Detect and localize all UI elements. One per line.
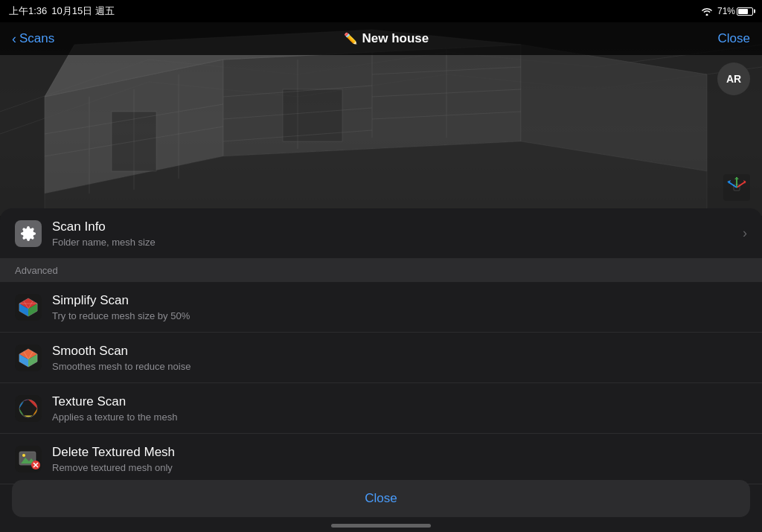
nav-title: ✏️ New house (344, 31, 429, 46)
delete-mesh-title: Delete Textured Mesh (52, 444, 747, 461)
status-bar: 上午1:36 10月15日 週五 71% (0, 0, 762, 22)
status-time: 上午1:36 (9, 4, 47, 18)
smooth-scan-row[interactable]: Smooth Scan Smoothes mesh to reduce nois… (0, 333, 762, 383)
axis-widget (723, 174, 750, 201)
delete-mesh-icon (15, 446, 42, 472)
battery-fill (738, 9, 748, 14)
status-date: 10月15日 週五 (51, 4, 115, 18)
texture-icon (15, 395, 42, 422)
scan-info-icon (15, 220, 42, 247)
status-right-icons: 71% (701, 6, 753, 16)
back-label: Scans (19, 31, 54, 46)
advanced-section-header: Advanced (0, 259, 762, 282)
smooth-scan-text: Smooth Scan Smoothes mesh to reduce nois… (52, 343, 747, 372)
scan-info-subtitle: Folder name, mesh size (52, 237, 743, 248)
battery-percent: 71% (717, 6, 735, 16)
wifi-icon (701, 7, 713, 16)
close-button-container: Close (12, 480, 750, 517)
ar-button[interactable]: AR (717, 63, 750, 95)
simplify-scan-text: Simplify Scan Try to reduce mesh size by… (52, 292, 747, 321)
nav-bar: ‹ Scans ✏️ New house Close (0, 22, 762, 55)
simplify-scan-icon (15, 294, 42, 321)
chevron-right-icon: › (743, 225, 747, 241)
simplify-scan-subtitle: Try to reduce mesh size by 50% (52, 310, 747, 321)
texture-scan-row[interactable]: Texture Scan Applies a texture to the me… (0, 383, 762, 434)
texture-scan-text: Texture Scan Applies a texture to the me… (52, 394, 747, 423)
nav-title-text: New house (362, 31, 429, 46)
delete-mesh-subtitle: Remove textured mesh only (52, 462, 747, 473)
scan-info-row[interactable]: Scan Info Folder name, mesh size › (0, 208, 762, 259)
axis-icon (723, 174, 750, 201)
texture-scan-icon (15, 395, 42, 422)
back-button[interactable]: ‹ Scans (12, 31, 54, 47)
ar-label: AR (726, 73, 741, 85)
svg-rect-17 (283, 89, 342, 141)
advanced-label: Advanced (15, 265, 58, 276)
close-button[interactable]: Close (12, 480, 750, 517)
scan-info-title: Scan Info (52, 219, 743, 235)
smooth-scan-icon (15, 344, 42, 371)
pencil-icon: ✏️ (344, 32, 358, 45)
simplify-scan-title: Simplify Scan (52, 292, 747, 309)
delete-mesh-text: Delete Textured Mesh Remove textured mes… (52, 444, 747, 473)
battery-box (737, 7, 753, 16)
scan-info-text: Scan Info Folder name, mesh size (52, 219, 743, 248)
nav-close-button[interactable]: Close (718, 31, 750, 46)
texture-scan-title: Texture Scan (52, 394, 747, 410)
home-indicator (331, 524, 431, 528)
delete-icon (15, 446, 42, 472)
back-chevron-icon: ‹ (12, 31, 16, 47)
delete-mesh-row[interactable]: Delete Textured Mesh Remove textured mes… (0, 434, 762, 484)
smooth-scan-title: Smooth Scan (52, 343, 747, 359)
gear-icon (20, 225, 36, 242)
simplify-scan-row[interactable]: Simplify Scan Try to reduce mesh size by… (0, 282, 762, 333)
bottom-panel: Scan Info Folder name, mesh size › Advan… (0, 208, 762, 532)
simplify-icon (15, 294, 42, 321)
svg-point-60 (22, 454, 25, 457)
svg-point-57 (25, 405, 32, 412)
texture-scan-subtitle: Applies a texture to the mesh (52, 411, 747, 423)
battery-indicator: 71% (717, 6, 753, 16)
smooth-scan-subtitle: Smoothes mesh to reduce noise (52, 361, 747, 372)
smooth-icon (15, 344, 42, 371)
